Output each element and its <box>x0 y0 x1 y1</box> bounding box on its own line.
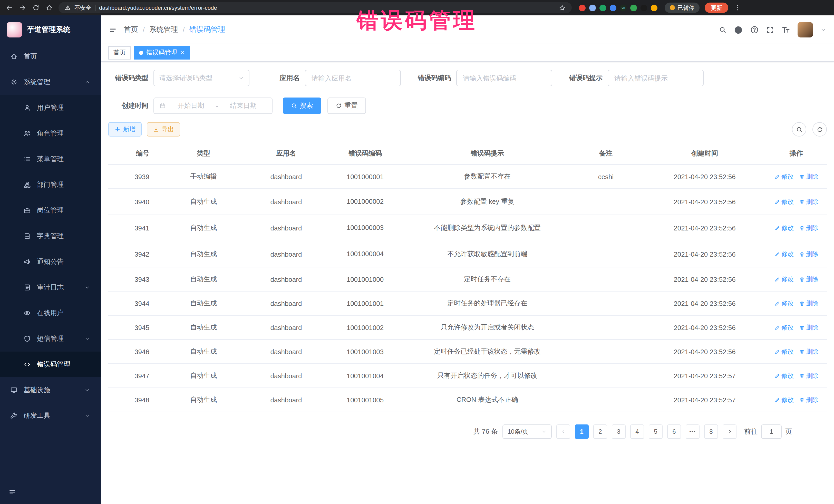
app-name-input[interactable] <box>305 70 401 86</box>
delete-link[interactable]: 删除 <box>799 223 818 232</box>
delete-link[interactable]: 删除 <box>799 299 818 308</box>
tab-error-code[interactable]: 错误码管理 <box>134 46 190 59</box>
delete-link[interactable]: 删除 <box>799 323 818 332</box>
breadcrumb-item[interactable]: 系统管理 <box>149 25 178 35</box>
sidebar-item-dev-tools[interactable]: 研发工具 <box>0 403 101 429</box>
back-icon[interactable] <box>5 4 13 11</box>
delete-link[interactable]: 删除 <box>799 172 818 181</box>
delete-link[interactable]: 删除 <box>799 197 818 206</box>
sidebar-item-online-users[interactable]: 在线用户 <box>0 300 101 326</box>
prev-page-button[interactable] <box>556 425 570 439</box>
cell-remark <box>568 241 643 267</box>
sidebar-collapse-toggle[interactable] <box>0 480 101 504</box>
delete-link[interactable]: 删除 <box>799 348 818 356</box>
start-date-placeholder: 开始日期 <box>168 101 214 110</box>
edit-link[interactable]: 修改 <box>774 299 794 308</box>
github-icon[interactable] <box>734 25 743 34</box>
sidebar-item-system-management[interactable]: 系统管理 <box>0 69 101 95</box>
browser-home-icon[interactable] <box>45 4 53 11</box>
sidebar-item-role-management[interactable]: 角色管理 <box>0 120 101 146</box>
forward-icon[interactable] <box>19 4 27 11</box>
delete-link[interactable]: 删除 <box>799 275 818 284</box>
extension-pin-icon[interactable] <box>640 4 647 11</box>
extension-green-check-icon[interactable] <box>599 4 606 11</box>
filter-row-2: 创建时间 开始日期 - 结束日期 搜索 重置 <box>108 97 827 114</box>
infrastructure-icon <box>10 387 18 394</box>
extension-red-icon[interactable] <box>579 4 586 11</box>
search-button[interactable]: 搜索 <box>283 97 321 114</box>
close-icon[interactable] <box>180 50 185 55</box>
edit-link[interactable]: 修改 <box>774 172 794 181</box>
sidebar-item-sms-management[interactable]: 短信管理 <box>0 326 101 352</box>
page-button-3[interactable]: 3 <box>612 425 626 439</box>
page-button-8[interactable]: 8 <box>704 425 718 439</box>
page-button-1[interactable]: 1 <box>575 425 589 439</box>
chevron-down-icon[interactable] <box>821 27 826 32</box>
delete-link[interactable]: 删除 <box>799 372 818 380</box>
edit-link[interactable]: 修改 <box>774 348 794 356</box>
export-button[interactable]: 导出 <box>147 122 180 136</box>
edit-link[interactable]: 修改 <box>774 275 794 284</box>
page-ellipsis[interactable]: ••• <box>686 425 700 439</box>
filter-label: 应用名 <box>260 73 300 83</box>
sidebar-item-infrastructure[interactable]: 基础设施 <box>0 377 101 403</box>
edit-link[interactable]: 修改 <box>774 250 794 258</box>
page-button-5[interactable]: 5 <box>649 425 663 439</box>
sidebar-item-user-management[interactable]: 用户管理 <box>0 95 101 120</box>
extension-blue-grid-icon[interactable] <box>610 4 616 11</box>
sidebar-item-menu-management[interactable]: 菜单管理 <box>0 146 101 172</box>
table-search-button[interactable] <box>792 122 806 136</box>
breadcrumb-item[interactable]: 错误码管理 <box>190 25 225 35</box>
delete-link[interactable]: 删除 <box>799 250 818 258</box>
goto-page-input[interactable] <box>761 425 782 439</box>
header-search-icon[interactable] <box>719 26 726 34</box>
cell-type: 自动生成 <box>159 340 248 364</box>
address-bar[interactable]: 不安全 dashboard.yudao.iocoder.cn/system/er… <box>59 2 572 13</box>
edit-link[interactable]: 修改 <box>774 197 794 206</box>
fullscreen-icon[interactable] <box>766 26 774 34</box>
sidebar-item-audit-log[interactable]: 审计日志 <box>0 275 101 300</box>
extension-leaf-icon[interactable] <box>630 4 637 11</box>
paused-button[interactable]: 已暂停 <box>665 3 700 13</box>
page-button-2[interactable]: 2 <box>593 425 607 439</box>
sidebar-item-notice[interactable]: 通知公告 <box>0 249 101 275</box>
paused-label: 已暂停 <box>678 4 695 12</box>
edit-link[interactable]: 修改 <box>774 396 794 404</box>
tab-home[interactable]: 首页 <box>108 46 131 59</box>
table-refresh-button[interactable] <box>812 122 827 136</box>
extension-vpn-on-icon[interactable]: on <box>620 4 627 11</box>
error-code-input[interactable] <box>456 70 552 86</box>
reload-icon[interactable] <box>32 4 40 11</box>
user-avatar[interactable] <box>797 22 813 38</box>
cell-actions: 修改删除 <box>766 165 827 189</box>
sidebar-item-dept-management[interactable]: 部门管理 <box>0 172 101 198</box>
page-button-6[interactable]: 6 <box>667 425 681 439</box>
update-button[interactable]: 更新 <box>705 3 728 13</box>
reset-button[interactable]: 重置 <box>327 97 366 114</box>
sidebar-item-home[interactable]: 首页 <box>0 44 101 69</box>
profile-avatar-icon[interactable] <box>651 4 657 11</box>
error-message-input[interactable] <box>608 70 704 86</box>
font-size-icon[interactable] <box>782 26 790 34</box>
sidebar-toggle-icon[interactable] <box>109 26 116 34</box>
edit-link[interactable]: 修改 <box>774 323 794 332</box>
end-date-placeholder: 结束日期 <box>220 101 266 110</box>
create-time-range[interactable]: 开始日期 - 结束日期 <box>153 97 272 114</box>
bookmark-star-icon[interactable] <box>559 4 566 11</box>
sidebar-item-dict-management[interactable]: 字典管理 <box>0 223 101 249</box>
add-button[interactable]: 新增 <box>108 122 142 136</box>
delete-link[interactable]: 删除 <box>799 396 818 404</box>
extension-lightblue-icon[interactable] <box>589 4 596 11</box>
help-icon[interactable] <box>750 26 759 34</box>
edit-link[interactable]: 修改 <box>774 372 794 380</box>
edit-link[interactable]: 修改 <box>774 223 794 232</box>
breadcrumb-item[interactable]: 首页 <box>124 25 138 35</box>
app-logo[interactable]: 芋道管理系统 <box>0 15 101 44</box>
browser-menu-icon[interactable] <box>733 4 742 11</box>
page-button-4[interactable]: 4 <box>630 425 644 439</box>
sidebar-item-error-code-management[interactable]: 错误码管理 <box>0 352 101 377</box>
sidebar-item-post-management[interactable]: 岗位管理 <box>0 198 101 223</box>
page-size-select[interactable]: 10条/页 <box>502 425 552 439</box>
error-type-select[interactable]: 请选择错误码类型 <box>153 70 249 86</box>
next-page-button[interactable] <box>723 425 737 439</box>
